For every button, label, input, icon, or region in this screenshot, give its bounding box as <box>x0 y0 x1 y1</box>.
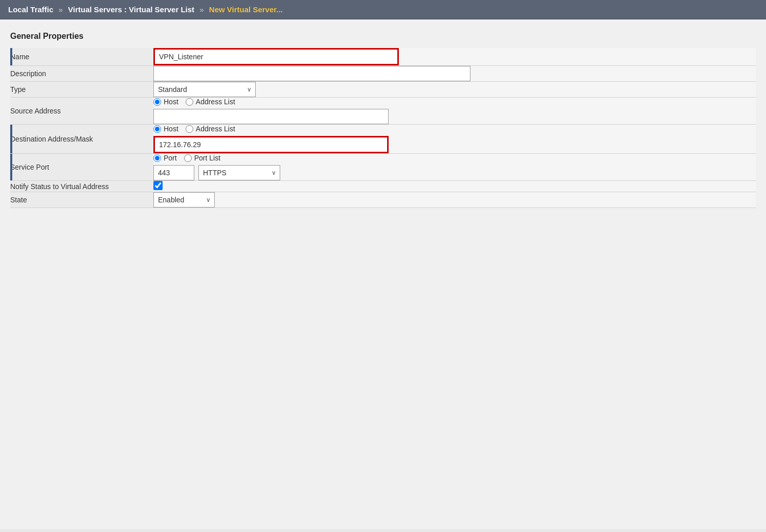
type-value-cell: Standard Forwarding (IP) Forwarding (Lay… <box>153 82 756 98</box>
description-input[interactable] <box>153 66 470 81</box>
dest-radio-group: Host Address List <box>153 125 756 133</box>
port-label: Port <box>164 154 177 162</box>
description-label: Description <box>10 66 153 82</box>
state-label: State <box>10 192 153 208</box>
type-label: Type <box>10 82 153 98</box>
portlist-radio[interactable] <box>184 154 192 162</box>
dest-host-radio-label[interactable]: Host <box>153 125 178 133</box>
source-addresslist-radio[interactable] <box>186 98 193 106</box>
source-addresslist-label: Address List <box>196 98 235 106</box>
description-value-cell <box>153 66 756 82</box>
destination-value-cell: Host Address List <box>153 125 756 154</box>
table-row-name: Name <box>10 48 756 66</box>
main-content: General Properties Name Description Type… <box>0 19 766 529</box>
source-host-radio-label[interactable]: Host <box>153 98 178 106</box>
table-row-notify: Notify Status to Virtual Address <box>10 181 756 192</box>
notify-label: Notify Status to Virtual Address <box>10 181 153 192</box>
notify-checkbox[interactable] <box>153 181 163 190</box>
port-radio[interactable] <box>153 154 161 162</box>
source-host-label: Host <box>164 98 178 106</box>
source-value-cell: Host Address List <box>153 98 756 125</box>
destination-label: Destination Address/Mask <box>10 125 153 154</box>
dest-addresslist-label: Address List <box>196 125 235 133</box>
breadcrumb-current: New Virtual Server... <box>209 5 283 14</box>
breadcrumb-part1: Local Traffic <box>8 5 53 14</box>
portlist-radio-label[interactable]: Port List <box>184 154 220 162</box>
table-row-type: Type Standard Forwarding (IP) Forwarding… <box>10 82 756 98</box>
https-select-wrapper: HTTPS HTTP FTP SSH Other <box>198 165 280 180</box>
table-row-source: Source Address Host Address List <box>10 98 756 125</box>
section-title: General Properties <box>10 32 756 41</box>
state-value-cell: Enabled Disabled <box>153 192 756 208</box>
source-addresslist-radio-label[interactable]: Address List <box>186 98 235 106</box>
source-host-radio[interactable] <box>153 98 161 106</box>
https-select[interactable]: HTTPS HTTP FTP SSH Other <box>198 165 280 180</box>
dest-host-radio[interactable] <box>153 125 161 133</box>
breadcrumb-separator1: » <box>59 5 63 14</box>
notify-value-cell <box>153 181 756 192</box>
breadcrumb-part2: Virtual Servers : Virtual Server List <box>68 5 194 14</box>
service-port-label: Service Port <box>10 154 153 181</box>
service-port-value-cell: Port Port List HTTPS HTTP FTP SSH <box>153 154 756 181</box>
name-value-cell <box>153 48 756 66</box>
dest-addresslist-radio-label[interactable]: Address List <box>186 125 235 133</box>
port-radio-group: Port Port List <box>153 154 756 162</box>
breadcrumb-bar: Local Traffic » Virtual Servers : Virtua… <box>0 0 766 19</box>
port-number-input[interactable] <box>153 165 194 180</box>
state-select-wrapper: Enabled Disabled <box>153 192 215 207</box>
type-select-wrapper: Standard Forwarding (IP) Forwarding (Lay… <box>153 82 256 97</box>
source-address-label: Source Address <box>10 98 153 125</box>
port-row: HTTPS HTTP FTP SSH Other <box>153 165 756 180</box>
form-table: Name Description Type Standard Forwardin… <box>10 48 756 208</box>
table-row-description: Description <box>10 66 756 82</box>
table-row-state: State Enabled Disabled <box>10 192 756 208</box>
type-select[interactable]: Standard Forwarding (IP) Forwarding (Lay… <box>153 82 256 97</box>
portlist-label: Port List <box>194 154 220 162</box>
dest-host-label: Host <box>164 125 178 133</box>
source-address-input[interactable] <box>153 109 389 124</box>
port-radio-label[interactable]: Port <box>153 154 177 162</box>
state-select[interactable]: Enabled Disabled <box>153 192 215 207</box>
name-label: Name <box>10 48 153 66</box>
breadcrumb-separator2: » <box>199 5 204 14</box>
source-radio-group: Host Address List <box>153 98 756 106</box>
destination-address-input[interactable] <box>153 136 389 153</box>
table-row-service-port: Service Port Port Port List <box>10 154 756 181</box>
dest-addresslist-radio[interactable] <box>186 125 193 133</box>
table-row-destination: Destination Address/Mask Host Address Li… <box>10 125 756 154</box>
name-input[interactable] <box>153 48 399 65</box>
